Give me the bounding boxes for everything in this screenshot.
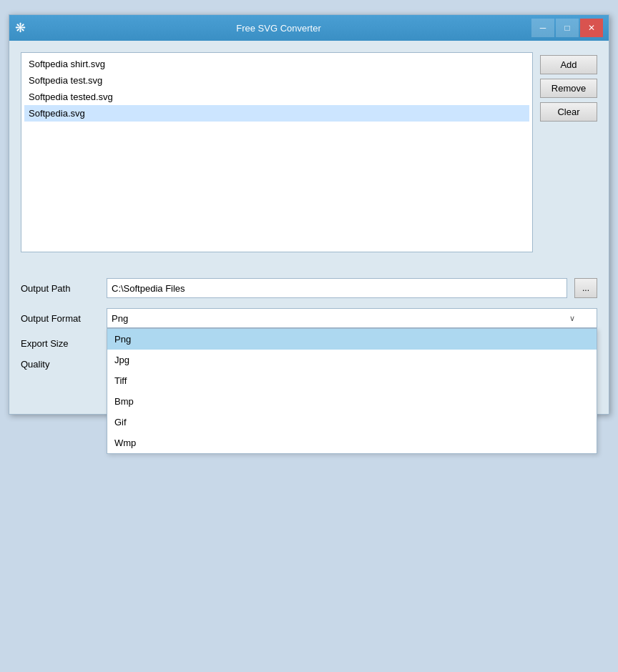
remove-button[interactable]: Remove <box>540 79 597 98</box>
file-list-area: Softpedia shirt.svgSoftpedia test.svgSof… <box>21 52 597 252</box>
dropdown-item[interactable]: Tiff <box>107 370 597 391</box>
close-button[interactable]: ✕ <box>580 19 603 37</box>
dropdown-item[interactable]: Gif <box>107 412 597 433</box>
title-bar-controls: ─ □ ✕ <box>531 19 603 37</box>
format-select-container: Png ∨ PngJpgTiffBmpGifWmp <box>107 308 597 328</box>
dropdown-item[interactable]: Bmp <box>107 391 597 412</box>
dropdown-item[interactable]: Png <box>107 329 597 350</box>
list-item[interactable]: Softpedia tested.svg <box>24 89 529 105</box>
output-path-row: Output Path ... <box>21 278 597 298</box>
list-item[interactable]: Softpedia shirt.svg <box>24 56 529 72</box>
output-format-label: Output Format <box>21 313 99 324</box>
chevron-down-icon: ∨ <box>569 314 575 323</box>
list-item[interactable]: Softpedia.svg <box>24 105 529 122</box>
form-section: SOFTPEDIA™ www.softpedia.com Output Path… <box>9 278 609 391</box>
minimize-button[interactable]: ─ <box>531 19 554 37</box>
title-bar: ❋ Free SVG Converter ─ □ ✕ <box>9 15 609 41</box>
main-window: ❋ Free SVG Converter ─ □ ✕ Softpedia shi… <box>9 14 609 415</box>
title-bar-center: Free SVG Converter <box>26 23 531 34</box>
maximize-button[interactable]: □ <box>556 19 579 37</box>
quality-label: Quality <box>21 359 99 370</box>
output-path-input[interactable] <box>107 278 567 298</box>
dropdown-item[interactable]: Wmp <box>107 433 597 453</box>
file-list-box[interactable]: Softpedia shirt.svgSoftpedia test.svgSof… <box>21 52 533 252</box>
list-item[interactable]: Softpedia test.svg <box>24 72 529 89</box>
output-path-label: Output Path <box>21 283 99 294</box>
clear-button[interactable]: Clear <box>540 102 597 122</box>
format-selected-value: Png <box>112 313 128 324</box>
main-content: Softpedia shirt.svgSoftpedia test.svgSof… <box>9 41 609 278</box>
format-dropdown-menu: PngJpgTiffBmpGifWmp <box>107 328 597 454</box>
title-bar-left: ❋ <box>15 20 26 36</box>
output-format-row: Output Format Png ∨ PngJpgTiffBmpGifWmp <box>21 308 597 328</box>
browse-button[interactable]: ... <box>574 278 597 298</box>
add-button[interactable]: Add <box>540 55 597 74</box>
dropdown-item[interactable]: Jpg <box>107 350 597 370</box>
app-icon: ❋ <box>15 20 26 36</box>
export-size-label: Export Size <box>21 338 99 349</box>
format-select-display[interactable]: Png ∨ <box>107 308 597 328</box>
window-title: Free SVG Converter <box>236 23 321 34</box>
file-list-buttons: Add Remove Clear <box>540 52 597 252</box>
form-wrapper: SOFTPEDIA™ www.softpedia.com Output Path… <box>21 278 597 370</box>
